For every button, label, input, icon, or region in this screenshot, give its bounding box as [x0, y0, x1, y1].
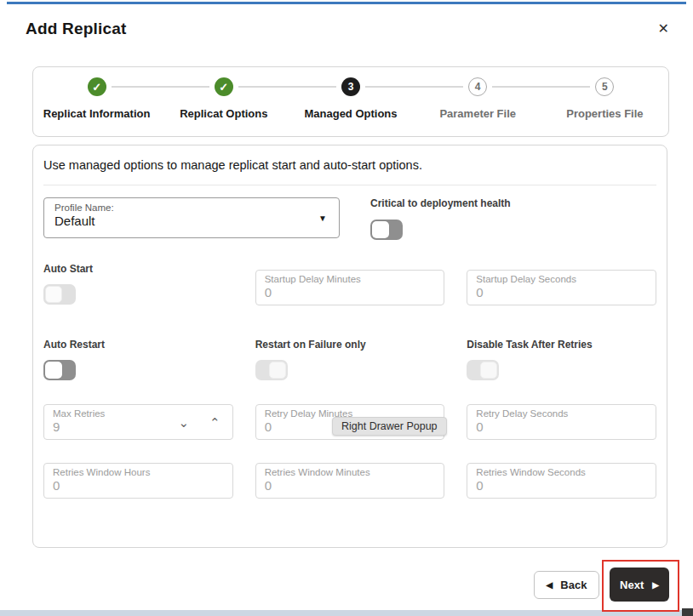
switch-knob: [45, 362, 62, 379]
field-value: 0: [265, 285, 436, 299]
switch-knob: [45, 286, 62, 303]
step-number-badge: 3: [341, 77, 360, 96]
auto-restart-label: Auto Restart: [43, 339, 233, 351]
check-icon: ✓: [88, 77, 106, 96]
disable-task-after-retries-label: Disable Task After Retries: [467, 339, 656, 351]
right-drawer-popup-tooltip: Right Drawer Popup: [332, 417, 447, 436]
disable-task-after-retries-toggle[interactable]: [467, 360, 499, 380]
switch-knob: [372, 221, 389, 238]
bottom-chrome-strip: [0, 610, 693, 616]
max-retries-stepper[interactable]: Max Retries 9 ⌄ ⌃: [43, 404, 233, 440]
critical-to-deployment-health-label: Critical to deployment health: [370, 197, 511, 209]
step-number-badge: 4: [468, 77, 487, 96]
field-label: Startup Delay Minutes: [265, 274, 436, 284]
check-icon: ✓: [215, 77, 233, 96]
field-value: 0: [476, 478, 647, 493]
field-value: 0: [476, 285, 647, 299]
field-label: Startup Delay Seconds: [476, 274, 647, 284]
step-parameter-file[interactable]: 4 Parameter File: [415, 67, 541, 120]
step-label: Managed Options: [287, 107, 414, 120]
step-number-badge: 5: [595, 77, 614, 96]
next-button-label: Next: [620, 579, 644, 591]
back-button-label: Back: [560, 579, 587, 591]
chevron-down-icon[interactable]: ⌄: [179, 416, 190, 429]
next-button[interactable]: Next ▶: [610, 568, 669, 602]
auto-start-toggle[interactable]: [43, 284, 76, 305]
profile-name-label: Profile Name:: [54, 202, 329, 213]
field-label: Retry Delay Seconds: [476, 408, 647, 419]
startup-delay-minutes-field[interactable]: Startup Delay Minutes 0: [255, 270, 445, 305]
auto-start-label: Auto Start: [43, 263, 233, 275]
field-value: 0: [53, 478, 224, 493]
wizard-stepper: ✓ Replicat Information ✓ Replicat Option…: [32, 66, 669, 137]
next-arrow-icon: ▶: [652, 580, 659, 590]
startup-delay-seconds-field[interactable]: Startup Delay Seconds 0: [467, 270, 656, 305]
step-properties-file[interactable]: 5 Properties File: [541, 67, 668, 120]
switch-knob: [480, 362, 497, 379]
critical-to-deployment-health-toggle[interactable]: [370, 220, 403, 240]
retries-window-minutes-field[interactable]: Retries Window Minutes 0: [255, 463, 445, 499]
divider: [43, 185, 656, 185]
step-replicat-information[interactable]: ✓ Replicat Information: [33, 67, 160, 120]
retry-delay-seconds-field[interactable]: Retry Delay Seconds 0: [467, 404, 656, 440]
field-value: 0: [476, 419, 647, 434]
close-icon[interactable]: ✕: [655, 19, 673, 39]
restart-on-failure-only-label: Restart on Failure only: [255, 339, 445, 351]
auto-restart-toggle[interactable]: [43, 360, 76, 380]
dialog-title: Add Replicat: [26, 20, 127, 38]
step-label: Replicat Options: [160, 107, 287, 120]
bottom-corner-element: [682, 608, 693, 616]
profile-name-select[interactable]: Profile Name: Default ▼: [43, 197, 340, 238]
field-label: Retries Window Minutes: [265, 467, 436, 477]
dialog-header: Add Replicat ✕: [26, 19, 673, 39]
chevron-up-icon[interactable]: ⌃: [209, 416, 220, 429]
step-label: Parameter File: [415, 107, 541, 120]
retries-window-seconds-field[interactable]: Retries Window Seconds 0: [467, 463, 656, 499]
back-arrow-icon: ◀: [547, 580, 553, 590]
restart-on-failure-only-toggle[interactable]: [255, 360, 288, 380]
step-label: Replicat Information: [33, 107, 160, 120]
window-top-accent-bar: [7, 2, 686, 4]
switch-knob: [269, 362, 286, 379]
back-button[interactable]: ◀ Back: [534, 571, 599, 599]
step-label: Properties File: [541, 107, 668, 120]
field-value: 0: [265, 478, 436, 493]
step-managed-options[interactable]: 3 Managed Options: [287, 67, 414, 120]
profile-name-value: Default: [54, 214, 329, 228]
step-replicat-options[interactable]: ✓ Replicat Options: [160, 67, 287, 120]
form-description: Use managed options to manage replicat s…: [43, 158, 656, 172]
retries-window-hours-field[interactable]: Retries Window Hours 0: [43, 463, 233, 499]
managed-options-form: Use managed options to manage replicat s…: [32, 145, 667, 548]
dropdown-arrow-icon: ▼: [318, 214, 327, 223]
field-label: Retries Window Seconds: [476, 467, 647, 477]
field-label: Retries Window Hours: [53, 467, 224, 477]
